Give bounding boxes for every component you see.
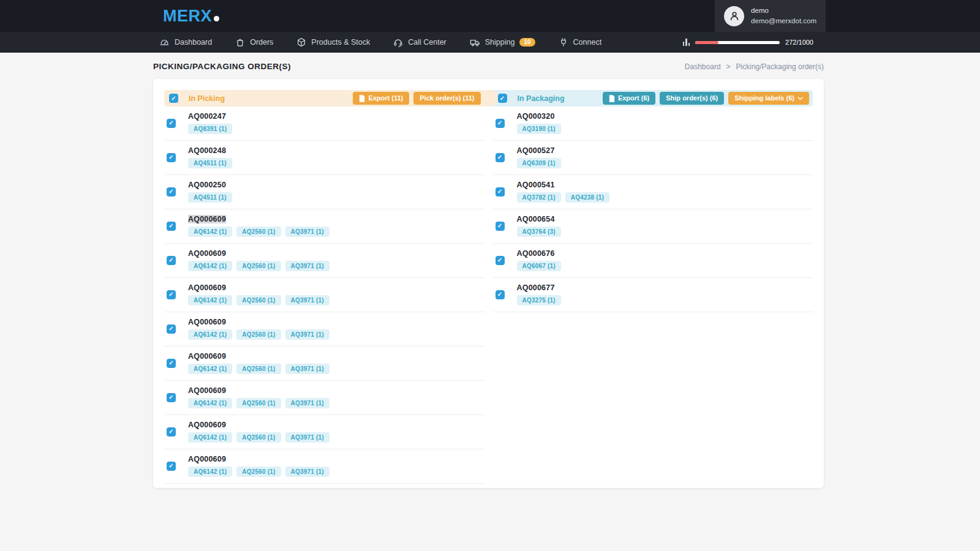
- order-checkbox[interactable]: ✓: [167, 462, 176, 471]
- bar-chart-icon: [683, 39, 690, 46]
- nav-item-dashboard[interactable]: Dashboard: [159, 37, 212, 48]
- order-checkbox[interactable]: ✓: [496, 119, 505, 128]
- order-tag: AQ3971 (1): [285, 467, 330, 477]
- order-tag: AQ3782 (1): [517, 192, 561, 203]
- file-icon: [609, 95, 615, 102]
- nav-item-products-stock[interactable]: Products & Stock: [296, 37, 370, 47]
- order-id: AQ000320: [517, 112, 561, 121]
- packaging-column: ✓ In Packaging Export (6) Ship order(s) …: [493, 90, 813, 312]
- top-bar: MERX demo demo@merxdot.com: [0, 0, 980, 32]
- truck-icon: [470, 37, 480, 48]
- user-email: demo@merxdot.com: [751, 16, 816, 26]
- chevron-down-icon: [797, 97, 803, 100]
- order-id: AQ000677: [517, 283, 561, 292]
- order-tags: AQ3190 (1): [517, 124, 561, 134]
- dashboard-icon: [159, 37, 170, 48]
- select-all-packaging-checkbox[interactable]: ✓: [498, 94, 507, 103]
- order-tag: AQ4511 (1): [188, 158, 232, 168]
- order-tags: AQ6067 (1): [517, 261, 561, 271]
- usage-label: 272/1000: [785, 39, 813, 46]
- nav-label: Products & Stock: [311, 38, 370, 47]
- order-tag: AQ8391 (1): [188, 124, 232, 134]
- order-body: AQ000609AQ6142 (1)AQ2560 (1)AQ3971 (1): [188, 421, 330, 443]
- order-row: ✓AQ000609AQ6142 (1)AQ2560 (1)AQ3971 (1): [164, 278, 484, 312]
- order-tag: AQ6142 (1): [188, 364, 232, 374]
- order-tag: AQ6142 (1): [188, 295, 232, 305]
- order-tags: AQ6309 (1): [517, 158, 561, 168]
- page-title: PICKING/PACKAGING ORDER(S): [153, 62, 291, 71]
- order-tags: AQ6142 (1)AQ2560 (1)AQ3971 (1): [188, 467, 330, 477]
- order-id: AQ000609: [188, 455, 330, 463]
- order-checkbox[interactable]: ✓: [496, 153, 505, 162]
- ship-orders-button[interactable]: Ship order(s) (6): [660, 92, 724, 105]
- breadcrumb-current: Picking/Packaging order(s): [736, 62, 824, 71]
- order-checkbox[interactable]: ✓: [167, 119, 176, 128]
- brand-logo[interactable]: MERX: [163, 7, 219, 26]
- pick-orders-button[interactable]: Pick order(s) (11): [413, 92, 480, 105]
- order-tag: AQ3971 (1): [285, 295, 330, 305]
- order-checkbox[interactable]: ✓: [167, 427, 176, 437]
- order-tag: AQ3971 (1): [285, 364, 330, 374]
- order-tag: AQ3275 (1): [517, 295, 561, 305]
- order-tag: AQ6142 (1): [188, 467, 232, 477]
- breadcrumb-dashboard[interactable]: Dashboard: [685, 62, 721, 71]
- order-checkbox[interactable]: ✓: [167, 256, 176, 265]
- order-row: ✓AQ000609AQ6142 (1)AQ2560 (1)AQ3971 (1): [164, 347, 484, 381]
- order-row: ✓AQ000247AQ8391 (1): [164, 107, 484, 141]
- order-checkbox[interactable]: ✓: [167, 324, 176, 334]
- order-row: ✓AQ000609AQ6142 (1)AQ2560 (1)AQ3971 (1): [164, 415, 484, 449]
- order-tags: AQ4511 (1): [188, 192, 232, 203]
- order-tag: AQ3971 (1): [285, 398, 330, 408]
- select-all-picking-checkbox[interactable]: ✓: [169, 94, 178, 103]
- order-checkbox[interactable]: ✓: [167, 393, 176, 402]
- order-checkbox[interactable]: ✓: [167, 359, 176, 368]
- picking-header: ✓ In Picking Export (11) Pick order(s) (…: [164, 90, 484, 107]
- picking-export-button[interactable]: Export (11): [353, 92, 409, 105]
- shipping-labels-dropdown-button[interactable]: Shipping labels (6): [728, 92, 809, 105]
- order-row: ✓AQ000609AQ6142 (1)AQ2560 (1)AQ3971 (1): [164, 209, 484, 244]
- order-checkbox[interactable]: ✓: [167, 290, 176, 299]
- order-tag: AQ2560 (1): [236, 227, 281, 237]
- order-row: ✓AQ000541AQ3782 (1)AQ4238 (1): [493, 175, 813, 209]
- order-id: AQ000247: [188, 112, 232, 121]
- order-tag: AQ6142 (1): [188, 261, 232, 271]
- order-id: AQ000609: [188, 283, 330, 292]
- order-checkbox[interactable]: ✓: [496, 290, 505, 299]
- file-icon: [359, 95, 365, 102]
- breadcrumb-separator: >: [726, 62, 731, 71]
- order-checkbox[interactable]: ✓: [167, 187, 176, 197]
- order-tags: AQ6142 (1)AQ2560 (1)AQ3971 (1): [188, 398, 330, 408]
- packaging-header: ✓ In Packaging Export (6) Ship order(s) …: [493, 90, 813, 107]
- orders-card: ✓ In Picking Export (11) Pick order(s) (…: [153, 79, 824, 488]
- order-row: ✓AQ000609AQ6142 (1)AQ2560 (1)AQ3971 (1): [164, 244, 484, 278]
- order-body: AQ000320AQ3190 (1): [517, 112, 561, 134]
- picking-title: In Picking: [189, 94, 225, 103]
- order-tag: AQ3190 (1): [517, 124, 561, 134]
- order-checkbox[interactable]: ✓: [496, 187, 505, 197]
- order-checkbox[interactable]: ✓: [167, 153, 176, 162]
- order-tag: AQ6142 (1): [188, 398, 232, 408]
- order-checkbox[interactable]: ✓: [167, 222, 176, 231]
- order-row: ✓AQ000609AQ6142 (1)AQ2560 (1)AQ3971 (1): [164, 312, 484, 347]
- order-checkbox[interactable]: ✓: [496, 256, 505, 265]
- order-body: AQ000250AQ4511 (1): [188, 181, 232, 203]
- user-chip[interactable]: demo demo@merxdot.com: [715, 0, 826, 32]
- usage-meter: 272/1000: [683, 39, 813, 46]
- order-checkbox[interactable]: ✓: [496, 222, 505, 231]
- order-tag: AQ6142 (1): [188, 227, 232, 237]
- order-body: AQ000609AQ6142 (1)AQ2560 (1)AQ3971 (1): [188, 352, 330, 374]
- nav-item-shipping[interactable]: Shipping 10: [470, 37, 535, 48]
- order-row: ✓AQ000676AQ6067 (1): [493, 244, 813, 278]
- packaging-export-button[interactable]: Export (6): [603, 92, 655, 105]
- nav-item-connect[interactable]: Connect: [559, 37, 602, 47]
- order-body: AQ000609AQ6142 (1)AQ2560 (1)AQ3971 (1): [188, 386, 330, 408]
- order-tag: AQ3971 (1): [285, 329, 330, 340]
- order-tag: AQ3764 (3): [517, 227, 561, 237]
- nav-item-call-center[interactable]: Call Center: [393, 37, 447, 47]
- nav-item-orders[interactable]: Orders: [235, 37, 273, 47]
- user-name: demo: [751, 6, 816, 16]
- order-tags: AQ6142 (1)AQ2560 (1)AQ3971 (1): [188, 227, 330, 237]
- order-id: AQ000609: [188, 352, 330, 361]
- order-tag: AQ6067 (1): [517, 261, 561, 271]
- order-row: ✓AQ000654AQ3764 (3): [493, 209, 813, 244]
